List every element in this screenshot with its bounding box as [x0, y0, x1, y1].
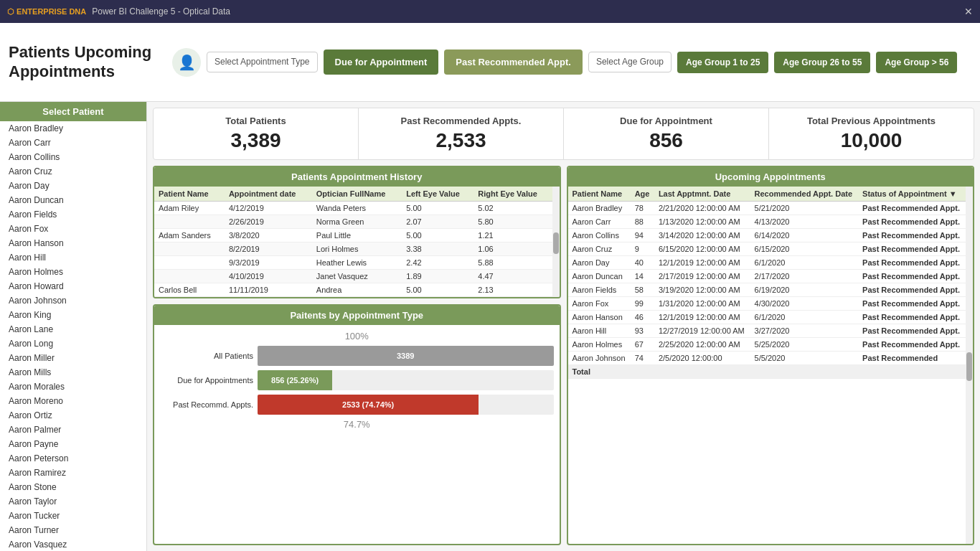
sidebar-item[interactable]: Aaron Hanson	[0, 236, 146, 250]
upcoming-cell-last: 2/5/2020 12:00:00	[654, 352, 750, 365]
appointment-history-row: 9/3/2019 Heather Lewis 2.42 5.88	[154, 256, 552, 270]
sidebar-item[interactable]: Aaron Holmes	[0, 265, 146, 279]
sidebar-item[interactable]: Aaron Turner	[0, 523, 146, 537]
upcoming-row: Aaron Day 40 12/1/2019 12:00:00 AM 6/1/2…	[568, 256, 966, 270]
chart-bar-container: 3389	[258, 346, 554, 366]
sidebar-item[interactable]: Aaron Tucker	[0, 509, 146, 523]
cell-patient-name	[154, 215, 225, 229]
cell-optician: Wanda Peters	[312, 202, 402, 215]
total-patients-label: Total Patients	[161, 116, 351, 126]
sidebar-item[interactable]: Aaron Ortiz	[0, 408, 146, 423]
sidebar-item[interactable]: Aaron Moreno	[0, 394, 146, 408]
sidebar-item[interactable]: Aaron Day	[0, 179, 146, 193]
col-patient-name: Patient Name	[154, 187, 225, 202]
chart-bar-label: Due for Appointments	[160, 376, 253, 385]
sidebar-item[interactable]: Aaron King	[0, 308, 146, 322]
upcoming-cell-status: Past Recommended Appt.	[858, 242, 966, 256]
upcoming-cell-recommended: 6/19/2020	[750, 283, 859, 297]
age-group-1-to-25-button[interactable]: Age Group 1 to 25	[677, 52, 768, 73]
due-stat: Due for Appointment 856	[564, 108, 769, 159]
cell-patient-name: Adam Sanders	[154, 229, 225, 242]
sidebar-item[interactable]: Aaron Mills	[0, 365, 146, 380]
sidebar-item[interactable]: Aaron Carr	[0, 136, 146, 150]
upcoming-header: Upcoming Appointments	[568, 167, 974, 187]
sidebar-item[interactable]: Aaron Collins	[0, 150, 146, 164]
due-value: 856	[571, 129, 761, 152]
appointment-history-table: Patient Name Appointment date Optician F…	[154, 187, 552, 297]
sidebar-item[interactable]: Aaron Miller	[0, 351, 146, 365]
upcoming-cell-last: 12/27/2019 12:00:00 AM	[654, 324, 750, 338]
sidebar-item[interactable]: Aaron Johnson	[0, 293, 146, 308]
upcoming-scroll[interactable]: Patient Name Age Last Apptmnt. Date Reco…	[568, 187, 966, 544]
sidebar-item[interactable]: Aaron Lane	[0, 322, 146, 336]
header: Patients Upcoming Appointments 👤 Select …	[0, 23, 980, 102]
upcoming-col-age: Age	[631, 187, 654, 202]
past-recommended-appt-button[interactable]: Past Recommended Appt.	[444, 50, 583, 75]
sidebar-item[interactable]: Aaron Palmer	[0, 423, 146, 437]
appointment-history-section: Patients Appointment History Patient Nam…	[153, 166, 561, 298]
upcoming-cell-name: Aaron Collins	[568, 229, 631, 242]
sidebar-item[interactable]: Aaron Vasquez	[0, 537, 146, 551]
sidebar-item[interactable]: Aaron Howard	[0, 279, 146, 293]
cell-left-eye: 5.00	[402, 229, 473, 242]
sidebar-item[interactable]: Aaron Taylor	[0, 494, 146, 509]
cell-right-eye: 5.88	[473, 256, 552, 270]
upcoming-cell-status: Past Recommended Appt.	[858, 311, 966, 324]
appointment-history-row: Carlos Bell 11/11/2019 Andrea 5.00 2.13	[154, 283, 552, 297]
upcoming-cell-age: 9	[631, 242, 654, 256]
chart-bar-fill: 2533 (74.74%)	[258, 395, 479, 415]
sidebar-item[interactable]: Aaron Hill	[0, 250, 146, 265]
total-previous-value: 10,000	[776, 129, 966, 152]
appointment-history-row: 4/10/2019 Janet Vasquez 1.89 4.47	[154, 270, 552, 283]
total-previous-label: Total Previous Appointments	[776, 116, 966, 126]
close-button[interactable]: ✕	[964, 6, 973, 17]
upcoming-cell-recommended: 5/25/2020	[750, 338, 859, 352]
upcoming-cell-name: Aaron Johnson	[568, 352, 631, 365]
upcoming-cell-status: Past Recommended Appt.	[858, 229, 966, 242]
col-left-eye: Left Eye Value	[402, 187, 473, 202]
upcoming-row: Aaron Hill 93 12/27/2019 12:00:00 AM 3/2…	[568, 324, 966, 338]
sidebar-item[interactable]: Aaron Stone	[0, 480, 146, 494]
middle-area: Patients Appointment History Patient Nam…	[153, 166, 974, 545]
sidebar-item[interactable]: Aaron Fields	[0, 207, 146, 222]
upcoming-row: Aaron Duncan 14 2/17/2019 12:00:00 AM 2/…	[568, 270, 966, 283]
sidebar-patient-list[interactable]: Aaron BradleyAaron CarrAaron CollinsAaro…	[0, 121, 146, 551]
sidebar-item[interactable]: Aaron Peterson	[0, 451, 146, 466]
cell-left-eye: 1.89	[402, 270, 473, 283]
upcoming-cell-name: Aaron Carr	[568, 215, 631, 229]
upcoming-cell-name: Aaron Duncan	[568, 270, 631, 283]
total-label: Total	[568, 365, 966, 379]
sidebar-item[interactable]: Aaron Cruz	[0, 164, 146, 179]
upcoming-cell-age: 74	[631, 352, 654, 365]
age-group-over-56-button[interactable]: Age Group > 56	[876, 52, 957, 73]
appointment-history-scroll[interactable]: Patient Name Appointment date Optician F…	[154, 187, 552, 297]
sidebar-item[interactable]: Aaron Ramirez	[0, 466, 146, 480]
upcoming-cell-age: 14	[631, 270, 654, 283]
sidebar-item[interactable]: Aaron Bradley	[0, 121, 146, 136]
cell-left-eye: 5.00	[402, 202, 473, 215]
age-group-26-to-55-button[interactable]: Age Group 26 to 55	[774, 52, 870, 73]
right-panel: Upcoming Appointments Patient Name Age L…	[567, 166, 975, 545]
upcoming-cell-age: 88	[631, 215, 654, 229]
chart-bar-label: Past Recommd. Appts.	[160, 400, 253, 409]
sidebar-item[interactable]: Aaron Duncan	[0, 193, 146, 207]
upcoming-row: Aaron Hanson 46 12/1/2019 12:00:00 AM 6/…	[568, 311, 966, 324]
upcoming-cell-last: 2/25/2020 12:00:00 AM	[654, 338, 750, 352]
main-container: Patients Upcoming Appointments 👤 Select …	[0, 23, 980, 551]
sidebar-item[interactable]: Aaron Long	[0, 336, 146, 351]
upcoming-cell-age: 94	[631, 229, 654, 242]
upcoming-cell-status: Past Recommended	[858, 352, 966, 365]
enterprise-dna-logo: ⬡ ENTERPRISE DNA	[7, 7, 86, 17]
upcoming-cell-last: 2/21/2020 12:00:00 AM	[654, 202, 750, 215]
cell-appt-date: 4/12/2019	[225, 202, 312, 215]
sidebar-item[interactable]: Aaron Fox	[0, 222, 146, 236]
upcoming-cell-age: 58	[631, 283, 654, 297]
upcoming-cell-last: 1/13/2020 12:00:00 AM	[654, 215, 750, 229]
upcoming-cell-last: 3/19/2020 12:00:00 AM	[654, 283, 750, 297]
cell-optician: Norma Green	[312, 215, 402, 229]
upcoming-cell-last: 12/1/2019 12:00:00 AM	[654, 311, 750, 324]
due-for-appointment-button[interactable]: Due for Appointment	[324, 50, 439, 75]
sidebar-item[interactable]: Aaron Payne	[0, 437, 146, 451]
upcoming-cell-recommended: 4/30/2020	[750, 297, 859, 311]
sidebar-item[interactable]: Aaron Morales	[0, 380, 146, 394]
